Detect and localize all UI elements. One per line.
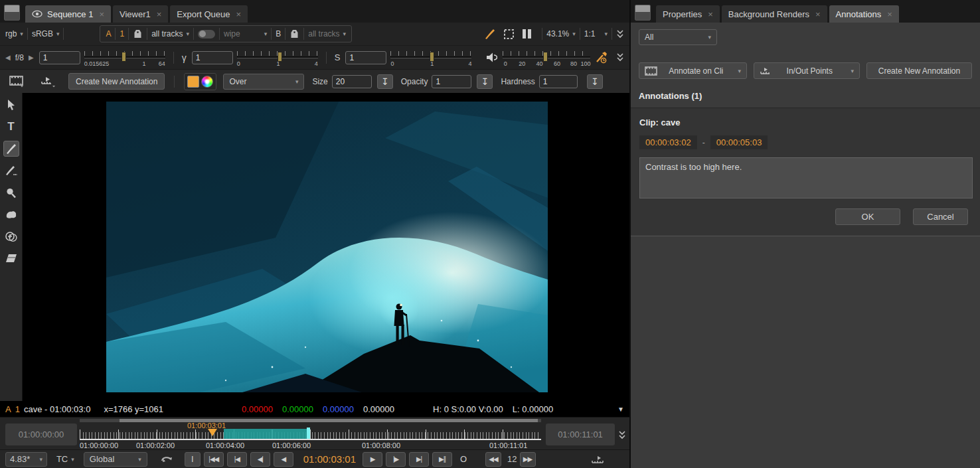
track-select-a[interactable]: all tracks ▾ <box>151 29 189 39</box>
proxy-ratio-select[interactable]: 1:1 ▾ <box>584 29 608 39</box>
close-icon[interactable]: × <box>236 9 242 19</box>
gamma-slider[interactable]: 0 1 4 <box>237 49 318 66</box>
frame-increment-button[interactable]: ▶▶ <box>520 452 536 467</box>
saturation-label[interactable]: S <box>335 52 341 62</box>
frame-decrement-button[interactable]: ◀◀ <box>485 452 501 467</box>
tab-sequence-1[interactable]: Sequence 1 × <box>25 5 111 23</box>
timeline-start-field[interactable]: 01:00:00:00 <box>5 424 77 445</box>
hardness-default-button[interactable]: ↧ <box>587 74 603 89</box>
collapse-toolbar-icon[interactable] <box>616 53 624 62</box>
annotation-out-timecode[interactable]: 00:00:05:03 <box>710 135 768 149</box>
next-edit-button[interactable]: ▶| <box>409 452 429 467</box>
set-out-button[interactable]: O <box>455 452 471 467</box>
annotate-clip-icon[interactable] <box>9 75 25 88</box>
text-tool[interactable]: T <box>3 119 19 135</box>
annotate-sequence-icon[interactable] <box>41 75 56 88</box>
input-b-label[interactable]: B <box>276 29 281 39</box>
gain-input[interactable] <box>39 51 80 64</box>
fps-select[interactable]: 4.83* ▾ <box>5 452 47 467</box>
annotation-brush-icon[interactable] <box>483 28 495 40</box>
track-select-b[interactable]: all tracks ▾ <box>308 29 346 39</box>
create-annotation-button[interactable]: Create New Annotation <box>68 73 165 90</box>
gain-next-icon[interactable]: ▶ <box>29 54 34 61</box>
close-icon[interactable]: × <box>708 9 713 19</box>
select-tool[interactable] <box>3 97 19 113</box>
tab-background-renders[interactable]: Background Renders × <box>722 5 827 23</box>
smudge-tool[interactable] <box>3 206 19 222</box>
set-in-button[interactable]: I <box>185 452 201 467</box>
fstop-label[interactable]: f/8 <box>15 53 24 62</box>
opacity-input[interactable] <box>432 75 471 88</box>
ok-button[interactable]: OK <box>835 208 900 225</box>
timeline-scroll-thumb[interactable] <box>120 419 538 422</box>
dotted-brush-tool[interactable] <box>3 163 19 179</box>
pause-icon[interactable] <box>523 29 531 39</box>
current-timecode[interactable]: 01:00:03:01 <box>303 453 356 465</box>
tab-annotations[interactable]: Annotations × <box>829 5 899 23</box>
saturation-input[interactable] <box>345 51 386 64</box>
gain-prev-icon[interactable]: ◀ <box>5 54 11 61</box>
blend-mode-select[interactable]: Over ▾ <box>223 74 304 90</box>
speaker-icon[interactable] <box>486 52 497 62</box>
size-input[interactable] <box>332 75 372 88</box>
pane-menu-icon[interactable] <box>635 5 651 21</box>
goto-end-button[interactable]: ▶|| <box>432 452 452 467</box>
input-a-label[interactable]: A <box>106 29 111 39</box>
zoom-level-select[interactable]: 43.1% ▾ <box>546 29 576 39</box>
step-forward-button[interactable]: |▶ <box>386 452 406 467</box>
saturation-slider[interactable]: 0 1 4 <box>390 49 471 66</box>
status-dropdown-icon[interactable]: ▼ <box>617 406 624 413</box>
opacity-default-button[interactable]: ↧ <box>477 74 493 89</box>
size-default-button[interactable]: ↧ <box>377 74 393 89</box>
playhead-marker[interactable] <box>208 429 217 436</box>
tag-lock-icon[interactable] <box>133 29 143 39</box>
eraser-tool[interactable] <box>3 250 19 266</box>
wipe-toggle[interactable] <box>198 30 215 39</box>
close-icon[interactable]: × <box>157 9 162 19</box>
annotation-filter-select[interactable]: All ▾ <box>639 29 717 45</box>
gamma-label[interactable]: γ <box>182 52 187 63</box>
range-mode-select[interactable]: Global ▾ <box>84 452 147 467</box>
close-icon[interactable]: × <box>815 9 821 19</box>
input-a-track[interactable]: 1 <box>120 29 124 39</box>
timeline-end-field[interactable]: 01:00:11:01 <box>546 424 615 445</box>
hardness-input[interactable] <box>539 75 578 88</box>
collapse-toolbar-icon[interactable] <box>616 30 624 39</box>
prev-edit-button[interactable]: |◀ <box>227 452 247 467</box>
pane-menu-icon[interactable] <box>4 5 20 21</box>
annotation-in-timecode[interactable]: 00:00:03:02 <box>639 135 697 149</box>
create-new-annotation-button[interactable]: Create New Annotation <box>866 62 972 79</box>
collapse-timeline-icon[interactable] <box>618 431 626 439</box>
inout-points-select[interactable]: In/Out Points ▾ <box>754 62 860 79</box>
volume-slider[interactable]: 0 20 40 60 80 100 <box>503 49 590 66</box>
sample-timer-icon[interactable] <box>595 51 608 64</box>
tab-export-queue[interactable]: Export Queue × <box>170 5 248 23</box>
tag-lock-icon[interactable] <box>289 29 299 39</box>
roi-icon[interactable] <box>503 29 515 40</box>
timeline-ruler[interactable]: 01:00:03:01 01:00:00:00 01:00:02:00 01:0… <box>80 418 541 450</box>
play-backward-button[interactable]: ◀ <box>274 452 293 467</box>
close-icon[interactable]: × <box>99 9 104 19</box>
play-button[interactable]: ▶ <box>363 452 382 467</box>
channel-select[interactable]: rgb ▾ <box>5 29 23 39</box>
brush-color-swatch[interactable] <box>187 76 199 88</box>
zoom-tool[interactable] <box>3 185 19 200</box>
clone-tool[interactable] <box>3 228 19 244</box>
gain-slider[interactable]: 0.015625 1 64 <box>84 49 165 66</box>
colorspace-select[interactable]: sRGB ▾ <box>32 29 60 39</box>
tab-properties[interactable]: Properties × <box>656 5 720 23</box>
step-back-button[interactable]: ◀| <box>250 452 270 467</box>
viewer-canvas[interactable] <box>23 93 629 401</box>
wipe-select[interactable]: wipe ▾ <box>224 29 267 39</box>
tc-mode-select[interactable]: TC ▾ <box>56 454 74 464</box>
tab-viewer1[interactable]: Viewer1 × <box>113 5 168 23</box>
brush-tool[interactable] <box>3 141 19 157</box>
goto-start-button[interactable]: |◀◀ <box>204 452 224 467</box>
annotate-on-select[interactable]: Annotate on Cli ▾ <box>639 62 747 79</box>
frame-increment-value[interactable]: 12 <box>507 454 517 464</box>
close-icon[interactable]: × <box>887 9 892 19</box>
flag-export-icon[interactable] <box>591 454 606 465</box>
annotation-range-highlight[interactable] <box>224 429 310 439</box>
annotation-comment-input[interactable]: Contrast is too high here. <box>639 157 973 198</box>
gamma-input[interactable] <box>192 51 233 64</box>
